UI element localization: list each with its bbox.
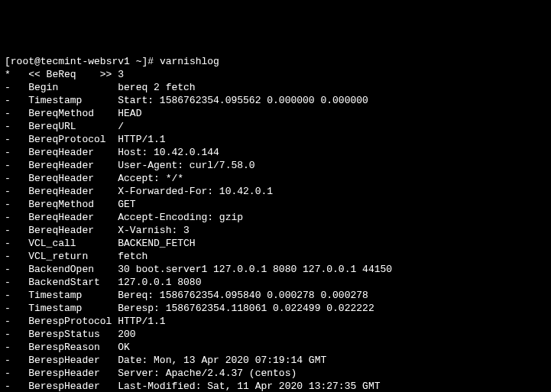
- prompt-line: [root@tecmint-websrv1 ~]# varnishlog: [5, 55, 546, 68]
- prompt-close: ]#: [141, 56, 159, 67]
- log-line: - Timestamp Start: 1586762354.095562 0.0…: [5, 94, 546, 107]
- log-line: - VCL_return fetch: [5, 250, 546, 263]
- log-line: * << BeReq >> 3: [5, 68, 546, 81]
- log-line: - BereqHeader X-Forwarded-For: 10.42.0.1: [5, 185, 546, 198]
- terminal-output[interactable]: [root@tecmint-websrv1 ~]# varnishlog* <<…: [5, 55, 546, 392]
- log-line: - BereqMethod HEAD: [5, 107, 546, 120]
- log-line: - BerespHeader Last-Modified: Sat, 11 Ap…: [5, 380, 546, 392]
- log-line: - BereqProtocol HTTP/1.1: [5, 133, 546, 146]
- log-line: - VCL_call BACKEND_FETCH: [5, 237, 546, 250]
- command-text: varnishlog: [160, 56, 219, 67]
- log-line: - BerespHeader Date: Mon, 13 Apr 2020 07…: [5, 354, 546, 367]
- log-line: - Timestamp Beresp: 1586762354.118061 0.…: [5, 302, 546, 315]
- log-line: - BackendOpen 30 boot.server1 127.0.0.1 …: [5, 263, 546, 276]
- log-line: - Begin bereq 2 fetch: [5, 81, 546, 94]
- prompt-open-bracket: [: [5, 56, 11, 67]
- log-line: - BereqHeader Accept-Encoding: gzip: [5, 211, 546, 224]
- log-line: - BereqHeader User-Agent: curl/7.58.0: [5, 159, 546, 172]
- prompt-space: [130, 56, 136, 67]
- log-line: - Timestamp Bereq: 1586762354.095840 0.0…: [5, 289, 546, 302]
- log-line: - BereqHeader X-Varnish: 3: [5, 224, 546, 237]
- log-line: - BerespProtocol HTTP/1.1: [5, 315, 546, 328]
- log-line: - BereqHeader Host: 10.42.0.144: [5, 146, 546, 159]
- log-line: - BerespStatus 200: [5, 328, 546, 341]
- log-line: - BereqURL /: [5, 120, 546, 133]
- log-line: - BackendStart 127.0.0.1 8080: [5, 276, 546, 289]
- log-line: - BerespReason OK: [5, 341, 546, 354]
- prompt-user-host: root@tecmint-websrv1: [11, 56, 130, 67]
- log-line: - BereqHeader Accept: */*: [5, 172, 546, 185]
- log-line: - BereqMethod GET: [5, 198, 546, 211]
- log-line: - BerespHeader Server: Apache/2.4.37 (ce…: [5, 367, 546, 380]
